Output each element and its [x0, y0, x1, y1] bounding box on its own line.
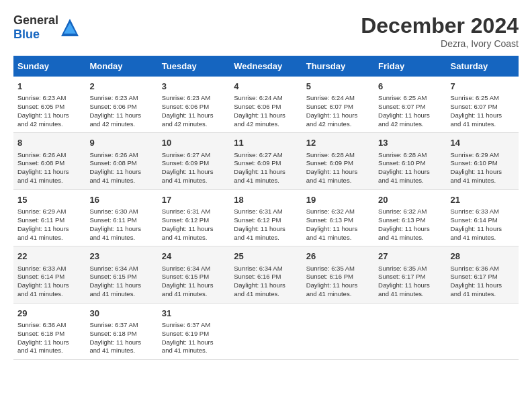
calendar-cell: 11Sunrise: 6:27 AMSunset: 6:09 PMDayligh… [230, 133, 302, 189]
day-number: 26 [306, 250, 370, 263]
calendar-cell: 15Sunrise: 6:29 AMSunset: 6:11 PMDayligh… [13, 189, 85, 246]
col-header-saturday: Saturday [447, 56, 519, 77]
day-info: Sunrise: 6:24 AMSunset: 6:07 PMDaylight:… [306, 94, 370, 128]
logo-blue: Blue [13, 28, 40, 41]
day-info: Sunrise: 6:25 AMSunset: 6:07 PMDaylight:… [378, 94, 442, 128]
title-area: December 2024 Dezra, Ivory Coast [361, 13, 519, 49]
day-info: Sunrise: 6:32 AMSunset: 6:13 PMDaylight:… [306, 208, 370, 242]
day-number: 1 [17, 81, 81, 93]
col-header-wednesday: Wednesday [230, 56, 302, 77]
header-row: SundayMondayTuesdayWednesdayThursdayFrid… [13, 56, 519, 77]
day-number: 27 [378, 250, 442, 263]
calendar-cell: 28Sunrise: 6:36 AMSunset: 6:17 PMDayligh… [447, 246, 519, 303]
calendar-cell: 26Sunrise: 6:35 AMSunset: 6:16 PMDayligh… [302, 246, 374, 303]
calendar-cell: 21Sunrise: 6:33 AMSunset: 6:14 PMDayligh… [447, 189, 519, 246]
day-number: 21 [451, 194, 515, 206]
day-number: 6 [378, 81, 442, 93]
day-number: 8 [17, 137, 81, 149]
calendar-cell: 24Sunrise: 6:34 AMSunset: 6:15 PMDayligh… [158, 246, 230, 303]
col-header-friday: Friday [374, 56, 446, 77]
day-info: Sunrise: 6:25 AMSunset: 6:07 PMDaylight:… [451, 94, 515, 128]
location: Dezra, Ivory Coast [361, 38, 519, 49]
calendar-cell: 10Sunrise: 6:27 AMSunset: 6:09 PMDayligh… [158, 133, 230, 189]
calendar-cell: 2Sunrise: 6:23 AMSunset: 6:06 PMDaylight… [85, 77, 157, 133]
day-number: 24 [162, 250, 226, 263]
day-info: Sunrise: 6:24 AMSunset: 6:06 PMDaylight:… [234, 94, 298, 128]
day-number: 11 [234, 137, 298, 149]
calendar-cell: 6Sunrise: 6:25 AMSunset: 6:07 PMDaylight… [374, 77, 446, 133]
calendar-cell: 29Sunrise: 6:36 AMSunset: 6:18 PMDayligh… [13, 303, 85, 359]
calendar-cell [374, 303, 446, 359]
day-number: 18 [234, 194, 298, 206]
logo-text: General Blue [13, 13, 58, 42]
day-info: Sunrise: 6:35 AMSunset: 6:17 PMDaylight:… [378, 265, 442, 299]
calendar-cell: 30Sunrise: 6:37 AMSunset: 6:18 PMDayligh… [85, 303, 157, 359]
day-number: 12 [306, 137, 370, 149]
day-number: 28 [451, 250, 515, 263]
day-info: Sunrise: 6:23 AMSunset: 6:06 PMDaylight:… [162, 94, 226, 128]
day-number: 22 [17, 250, 81, 263]
calendar-cell: 27Sunrise: 6:35 AMSunset: 6:17 PMDayligh… [374, 246, 446, 303]
day-number: 3 [162, 81, 226, 93]
calendar-cell: 1Sunrise: 6:23 AMSunset: 6:05 PMDaylight… [13, 77, 85, 133]
calendar-cell: 19Sunrise: 6:32 AMSunset: 6:13 PMDayligh… [302, 189, 374, 246]
week-row-4: 22Sunrise: 6:33 AMSunset: 6:14 PMDayligh… [13, 246, 519, 303]
week-row-2: 8Sunrise: 6:26 AMSunset: 6:08 PMDaylight… [13, 133, 519, 189]
day-number: 19 [306, 194, 370, 206]
day-info: Sunrise: 6:31 AMSunset: 6:12 PMDaylight:… [162, 208, 226, 242]
day-info: Sunrise: 6:36 AMSunset: 6:17 PMDaylight:… [451, 265, 515, 299]
day-info: Sunrise: 6:37 AMSunset: 6:19 PMDaylight:… [162, 321, 226, 355]
calendar-cell: 12Sunrise: 6:28 AMSunset: 6:09 PMDayligh… [302, 133, 374, 189]
calendar-cell: 9Sunrise: 6:26 AMSunset: 6:08 PMDaylight… [85, 133, 157, 189]
logo: General Blue [13, 13, 80, 42]
page-header: General Blue December 2024 Dezra, Ivory … [13, 13, 519, 49]
calendar-cell: 3Sunrise: 6:23 AMSunset: 6:06 PMDaylight… [158, 77, 230, 133]
day-info: Sunrise: 6:27 AMSunset: 6:09 PMDaylight:… [162, 151, 226, 185]
month-title: December 2024 [361, 13, 519, 38]
week-row-3: 15Sunrise: 6:29 AMSunset: 6:11 PMDayligh… [13, 189, 519, 246]
logo-icon [60, 17, 80, 38]
calendar-cell: 4Sunrise: 6:24 AMSunset: 6:06 PMDaylight… [230, 77, 302, 133]
day-info: Sunrise: 6:34 AMSunset: 6:15 PMDaylight:… [162, 265, 226, 299]
day-info: Sunrise: 6:31 AMSunset: 6:12 PMDaylight:… [234, 208, 298, 242]
day-info: Sunrise: 6:32 AMSunset: 6:13 PMDaylight:… [378, 208, 442, 242]
calendar-cell: 20Sunrise: 6:32 AMSunset: 6:13 PMDayligh… [374, 189, 446, 246]
day-number: 13 [378, 137, 442, 149]
calendar-cell [302, 303, 374, 359]
day-info: Sunrise: 6:37 AMSunset: 6:18 PMDaylight:… [89, 321, 153, 355]
col-header-tuesday: Tuesday [158, 56, 230, 77]
col-header-thursday: Thursday [302, 56, 374, 77]
day-info: Sunrise: 6:26 AMSunset: 6:08 PMDaylight:… [17, 151, 81, 185]
calendar-table: SundayMondayTuesdayWednesdayThursdayFrid… [13, 56, 519, 360]
day-info: Sunrise: 6:28 AMSunset: 6:10 PMDaylight:… [378, 151, 442, 185]
day-number: 25 [234, 250, 298, 263]
day-number: 4 [234, 81, 298, 93]
calendar-cell: 7Sunrise: 6:25 AMSunset: 6:07 PMDaylight… [447, 77, 519, 133]
day-info: Sunrise: 6:26 AMSunset: 6:08 PMDaylight:… [89, 151, 153, 185]
calendar-cell: 31Sunrise: 6:37 AMSunset: 6:19 PMDayligh… [158, 303, 230, 359]
day-number: 10 [162, 137, 226, 149]
day-info: Sunrise: 6:30 AMSunset: 6:11 PMDaylight:… [89, 208, 153, 242]
calendar-cell [447, 303, 519, 359]
day-number: 2 [89, 81, 153, 93]
day-number: 29 [17, 308, 81, 320]
day-number: 17 [162, 194, 226, 206]
calendar-cell [230, 303, 302, 359]
week-row-1: 1Sunrise: 6:23 AMSunset: 6:05 PMDaylight… [13, 77, 519, 133]
col-header-monday: Monday [85, 56, 157, 77]
day-number: 15 [17, 194, 81, 206]
calendar-cell: 17Sunrise: 6:31 AMSunset: 6:12 PMDayligh… [158, 189, 230, 246]
day-number: 7 [451, 81, 515, 93]
calendar-cell: 25Sunrise: 6:34 AMSunset: 6:16 PMDayligh… [230, 246, 302, 303]
calendar-cell: 13Sunrise: 6:28 AMSunset: 6:10 PMDayligh… [374, 133, 446, 189]
day-number: 23 [89, 250, 153, 263]
calendar-cell: 8Sunrise: 6:26 AMSunset: 6:08 PMDaylight… [13, 133, 85, 189]
day-info: Sunrise: 6:35 AMSunset: 6:16 PMDaylight:… [306, 265, 370, 299]
day-number: 5 [306, 81, 370, 93]
day-info: Sunrise: 6:33 AMSunset: 6:14 PMDaylight:… [451, 208, 515, 242]
day-number: 20 [378, 194, 442, 206]
logo-general: General [13, 13, 58, 27]
day-number: 31 [162, 308, 226, 320]
calendar-cell: 14Sunrise: 6:29 AMSunset: 6:10 PMDayligh… [447, 133, 519, 189]
day-info: Sunrise: 6:29 AMSunset: 6:11 PMDaylight:… [17, 208, 81, 242]
